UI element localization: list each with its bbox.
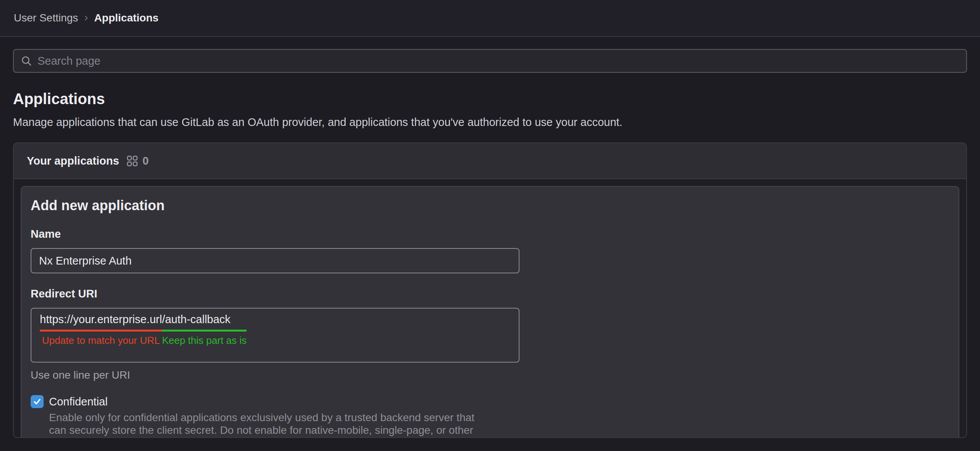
applications-count-badge: 0 xyxy=(142,155,149,167)
name-input[interactable] xyxy=(31,248,519,273)
chevron-right-icon: › xyxy=(84,11,88,23)
applications-grid-icon xyxy=(127,155,138,167)
breadcrumb-user-settings[interactable]: User Settings xyxy=(14,12,78,24)
annotation-update-url: Update to match your URL xyxy=(40,335,162,346)
panel-body: Add new application Name Redirect URI ht… xyxy=(14,179,966,438)
search-box[interactable] xyxy=(13,49,967,73)
your-applications-panel: Your applications 0 Add new application … xyxy=(13,142,967,438)
form-title: Add new application xyxy=(31,198,949,214)
name-label: Name xyxy=(31,227,949,240)
page-title: Applications xyxy=(13,90,967,108)
redirect-uri-textarea[interactable]: https://your.enterprise.url /auth-callba… xyxy=(31,308,519,363)
redirect-uri-path-segment: /auth-callback xyxy=(162,313,247,332)
confidential-row: Confidential xyxy=(31,395,949,408)
panel-header: Your applications 0 xyxy=(14,143,966,179)
page-description: Manage applications that can use GitLab … xyxy=(13,116,967,129)
confidential-checkbox[interactable] xyxy=(31,395,44,408)
panel-title: Your applications xyxy=(27,155,119,167)
add-new-application-card: Add new application Name Redirect URI ht… xyxy=(21,186,959,438)
redirect-uri-value: https://your.enterprise.url /auth-callba… xyxy=(40,313,519,346)
confidential-help-line: can securely store the client secret. Do… xyxy=(49,424,949,436)
confidential-help-line: JavaScript applications because they can… xyxy=(49,436,949,438)
confidential-help-line: Enable only for confidential application… xyxy=(49,411,949,424)
checkmark-icon xyxy=(33,397,41,406)
breadcrumb-applications: Applications xyxy=(94,12,158,24)
annotation-keep-part: Keep this part as is xyxy=(162,335,247,346)
search-input[interactable] xyxy=(38,55,959,67)
confidential-help-text: Enable only for confidential application… xyxy=(49,411,949,438)
redirect-uri-hint: Use one line per URI xyxy=(31,369,949,381)
breadcrumb: User Settings › Applications xyxy=(14,12,158,24)
search-icon xyxy=(21,55,32,67)
redirect-uri-label: Redirect URI xyxy=(31,287,949,300)
top-bar: User Settings › Applications xyxy=(0,0,980,37)
confidential-label[interactable]: Confidential xyxy=(49,395,108,408)
redirect-uri-host-segment: https://your.enterprise.url xyxy=(40,313,162,332)
page-content: Applications Manage applications that ca… xyxy=(0,49,980,438)
